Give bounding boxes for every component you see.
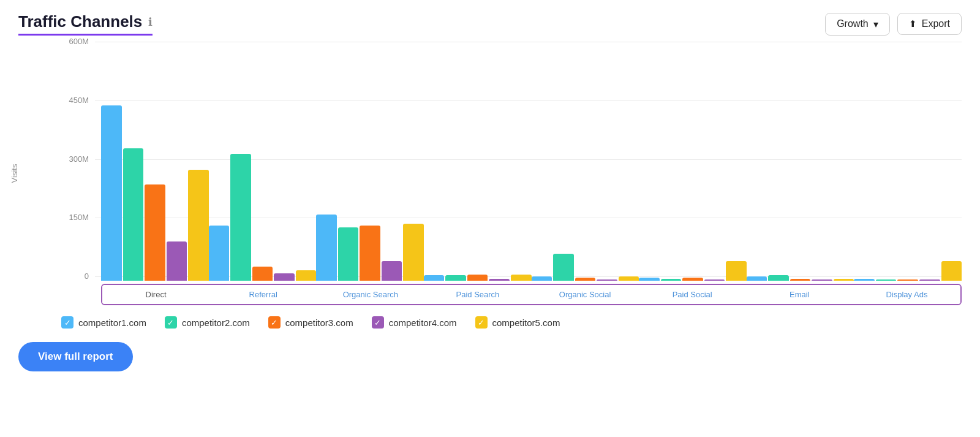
header: Traffic Channels ℹ Growth ▾ ⬆ Export (18, 12, 962, 36)
x-label-display-ads: Display Ads (853, 285, 960, 304)
chart-area: Visits 600M 450M 300M 150M 0 (18, 42, 962, 305)
legend-checkbox-5[interactable]: ✓ (475, 316, 488, 329)
legend-item-1: ✓competitor1.com (61, 316, 146, 329)
legend-item-5: ✓competitor5.com (475, 316, 560, 329)
channel-group-email (747, 275, 854, 281)
legend-checkbox-3[interactable]: ✓ (268, 316, 281, 329)
bar-organic-social-4 (597, 279, 617, 281)
legend-label-3: competitor3.com (285, 317, 353, 328)
export-icon: ⬆ (909, 18, 917, 29)
bar-paid-search-4 (489, 279, 510, 281)
bar-direct-4 (167, 241, 187, 281)
bar-email-3 (790, 279, 811, 281)
chart-inner: 600M 450M 300M 150M 0 Di (61, 42, 962, 305)
legend-label-2: competitor2.com (182, 317, 250, 328)
bar-organic-social-1 (532, 276, 552, 281)
x-label-organic-search: Organic Search (317, 285, 424, 304)
x-label-direct: Direct (102, 285, 209, 304)
legend-checkbox-4[interactable]: ✓ (372, 316, 384, 329)
bar-paid-social-4 (704, 279, 725, 281)
x-label-paid-search: Paid Search (424, 285, 531, 304)
bar-organic-search-2 (338, 227, 359, 281)
bar-display-ads-5 (941, 261, 962, 281)
bar-direct-1 (101, 105, 122, 281)
bar-email-4 (812, 279, 832, 281)
bar-paid-social-5 (726, 261, 747, 281)
bar-email-2 (768, 275, 789, 281)
legend-item-3: ✓competitor3.com (268, 316, 353, 329)
bar-direct-2 (123, 148, 144, 281)
bar-paid-social-2 (661, 279, 682, 281)
bar-organic-search-3 (360, 226, 380, 281)
bar-email-1 (747, 276, 767, 281)
bar-paid-social-1 (639, 278, 660, 281)
channel-group-display-ads (854, 261, 962, 281)
bar-paid-search-3 (467, 275, 488, 281)
bar-referral-5 (296, 270, 317, 281)
x-label-referral: Referral (209, 285, 317, 304)
bar-display-ads-1 (854, 279, 875, 281)
bars-container (101, 42, 962, 281)
chevron-down-icon: ▾ (873, 18, 878, 30)
channel-group-organic-social (532, 254, 639, 281)
bar-direct-5 (188, 170, 209, 281)
legend-item-2: ✓competitor2.com (165, 316, 250, 329)
header-controls: Growth ▾ ⬆ Export (825, 13, 962, 36)
channel-group-referral (209, 154, 317, 281)
x-label-organic-social: Organic Social (532, 285, 639, 304)
title-section: Traffic Channels ℹ (18, 12, 153, 36)
bar-paid-search-2 (445, 275, 466, 281)
export-label: Export (922, 18, 950, 29)
bar-email-5 (834, 279, 854, 281)
bar-organic-search-4 (382, 261, 402, 281)
legend-item-4: ✓competitor4.com (372, 316, 457, 329)
bar-paid-social-3 (682, 278, 703, 281)
x-label-paid-social: Paid Social (639, 285, 746, 304)
bar-paid-search-5 (511, 275, 532, 281)
channel-group-organic-search (316, 215, 424, 281)
bar-organic-social-3 (575, 278, 596, 281)
bar-display-ads-2 (876, 279, 897, 281)
bar-referral-1 (209, 226, 230, 281)
x-label-email: Email (746, 285, 853, 304)
legend-label-5: competitor5.com (492, 317, 560, 328)
growth-button[interactable]: Growth ▾ (825, 13, 890, 36)
bar-display-ads-3 (897, 279, 918, 281)
bar-display-ads-4 (919, 279, 940, 281)
bar-organic-social-2 (553, 254, 574, 281)
bar-organic-social-5 (619, 276, 639, 281)
export-button[interactable]: ⬆ Export (897, 13, 962, 35)
bar-direct-3 (145, 184, 165, 281)
x-axis: DirectReferralOrganic SearchPaid SearchO… (101, 284, 962, 305)
legend-checkbox-1[interactable]: ✓ (61, 316, 74, 329)
growth-label: Growth (837, 18, 869, 29)
channel-group-paid-social (639, 261, 747, 281)
legend-area: ✓competitor1.com✓competitor2.com✓competi… (61, 316, 962, 329)
view-full-report-button[interactable]: View full report (18, 342, 133, 371)
bar-organic-search-1 (316, 215, 337, 281)
legend-checkbox-2[interactable]: ✓ (165, 316, 177, 329)
y-axis-label: Visits (10, 164, 19, 183)
bar-referral-3 (252, 267, 273, 281)
bar-organic-search-5 (403, 224, 424, 281)
info-icon[interactable]: ℹ (148, 15, 153, 29)
channel-group-direct (101, 105, 209, 281)
legend-label-1: competitor1.com (78, 317, 146, 328)
bar-referral-4 (274, 273, 295, 281)
bar-referral-2 (230, 154, 251, 281)
bar-paid-search-1 (424, 275, 445, 281)
page-title: Traffic Channels (18, 12, 142, 31)
legend-label-4: competitor4.com (389, 317, 457, 328)
channel-group-paid-search (424, 275, 532, 281)
title-underline (18, 34, 153, 36)
